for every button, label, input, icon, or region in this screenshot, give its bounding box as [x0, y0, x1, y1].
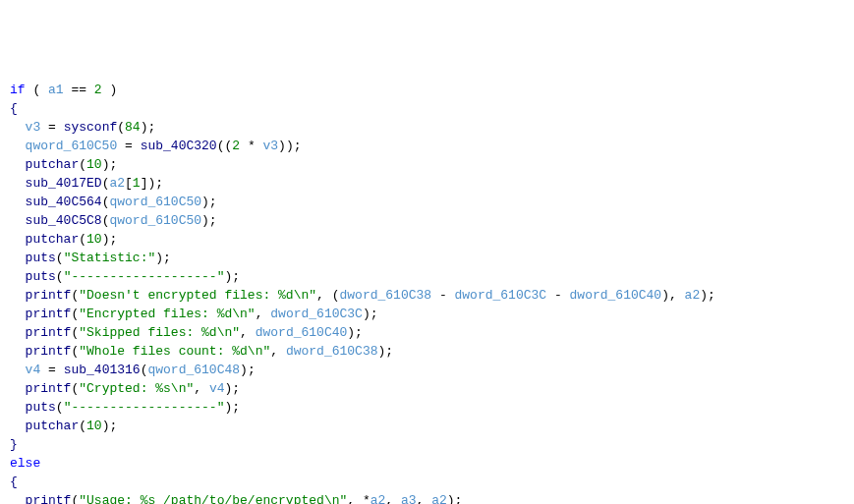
number-literal: 10: [86, 419, 102, 433]
code-line-23: printf("Usage: %s /path/to/be/encrypted\…: [10, 491, 844, 504]
paren-close: );: [700, 288, 715, 303]
paren-close: );: [447, 493, 463, 504]
code-line-9: putchar(10);: [10, 230, 844, 249]
code-line-4: qword_610C50 = sub_40C320((2 * v3));: [10, 137, 844, 155]
paren-close: );: [102, 419, 118, 433]
code-line-22: {: [10, 473, 844, 491]
identifier-v4: v4: [26, 363, 41, 377]
comma: ,: [194, 381, 209, 396]
function-printf: printf: [26, 325, 72, 340]
text: , (: [316, 288, 339, 303]
indent: [10, 307, 26, 321]
comma: ,: [385, 493, 401, 504]
function-sub401316: sub_401316: [64, 363, 141, 377]
paren-open: (: [117, 120, 125, 135]
function-printf: printf: [26, 307, 72, 321]
indent: [10, 195, 26, 209]
comma: ,: [256, 307, 271, 321]
operator-minus: -: [546, 288, 569, 303]
identifier-v3: v3: [262, 139, 278, 153]
code-line-16: v4 = sub_401316(qword_610C48);: [10, 361, 844, 379]
identifier-a2: a2: [109, 176, 125, 191]
paren-close: );: [155, 251, 171, 265]
text: ): [102, 83, 118, 97]
string-literal: "Whole files count: %d\n": [79, 344, 270, 359]
function-puts: puts: [26, 251, 56, 265]
brace-close: }: [10, 437, 18, 452]
comma: ,: [240, 325, 256, 340]
code-block: if ( a1 == 2 ){ v3 = sysconf(84); qword_…: [10, 81, 844, 504]
indent: [10, 344, 26, 359]
identifier-v4: v4: [209, 381, 225, 396]
function-sysconf: sysconf: [64, 120, 118, 135]
global-qword: qword_610C50: [26, 139, 118, 153]
indent: [10, 232, 26, 247]
brace-open: {: [10, 101, 18, 116]
paren-close: );: [224, 269, 240, 284]
indent: [10, 400, 26, 415]
paren-close: );: [363, 307, 378, 321]
string-literal: "Encrypted files: %d\n": [79, 307, 255, 321]
operator-mul: *: [240, 139, 262, 153]
paren-open: (: [79, 419, 86, 433]
paren-open: (: [56, 269, 64, 284]
string-literal: "-------------------": [64, 269, 225, 284]
code-line-10: puts("Statistic:");: [10, 249, 844, 267]
paren-close: );: [102, 157, 118, 172]
brace-open: {: [10, 475, 18, 489]
function-printf: printf: [26, 493, 72, 504]
code-line-12: printf("Doesn't encrypted files: %d\n", …: [10, 286, 844, 305]
text: ),: [661, 288, 684, 303]
identifier-a2: a2: [431, 493, 447, 504]
paren-close: );: [240, 363, 256, 377]
operator-minus: -: [431, 288, 454, 303]
function-putchar: putchar: [26, 232, 80, 247]
indent: [10, 139, 26, 153]
number-literal: 10: [86, 232, 102, 247]
indent: [10, 325, 26, 340]
code-line-2: {: [10, 99, 844, 118]
paren-close: );: [224, 400, 240, 415]
string-literal: "Crypted: %s\n": [79, 381, 194, 396]
code-line-3: v3 = sysconf(84);: [10, 118, 844, 137]
global-dword: dword_610C40: [256, 325, 348, 340]
indent: [10, 381, 26, 396]
code-line-8: sub_40C5C8(qword_610C50);: [10, 211, 844, 230]
keyword-else: else: [10, 456, 40, 471]
paren-close: );: [378, 344, 394, 359]
global-dword: dword_610C40: [570, 288, 662, 303]
code-line-11: puts("-------------------");: [10, 267, 844, 286]
paren-close: );: [201, 213, 217, 228]
string-literal: "Doesn't encrypted files: %d\n": [79, 288, 316, 303]
function-printf: printf: [26, 344, 72, 359]
code-line-15: printf("Whole files count: %d\n", dword_…: [10, 342, 844, 361]
global-qword: qword_610C50: [109, 213, 201, 228]
number-literal: 2: [94, 83, 102, 97]
indent: [10, 269, 26, 284]
string-literal: "Usage: %s /path/to/be/encrypted\n": [79, 493, 347, 504]
paren-open: ((: [217, 139, 233, 153]
paren-close: ));: [278, 139, 301, 153]
indent: [10, 213, 26, 228]
function-sub4017ed: sub_4017ED: [26, 176, 102, 191]
identifier-v3: v3: [26, 120, 41, 135]
indent: [10, 176, 26, 191]
identifier-a2: a2: [370, 493, 386, 504]
operator-eq: ==: [64, 83, 94, 97]
function-printf: printf: [26, 288, 72, 303]
text: (: [26, 83, 48, 97]
paren-close: );: [147, 176, 163, 191]
code-line-17: printf("Crypted: %s\n", v4);: [10, 379, 844, 398]
identifier-a1: a1: [48, 83, 64, 97]
code-line-13: printf("Encrypted files: %d\n", dword_61…: [10, 305, 844, 323]
indent: [10, 363, 26, 377]
operator-assign: =: [117, 139, 140, 153]
string-literal: "-------------------": [64, 400, 225, 415]
paren-close: );: [201, 195, 217, 209]
paren-open: (: [56, 400, 64, 415]
keyword-if: if: [10, 83, 26, 97]
string-literal: "Statistic:": [64, 251, 156, 265]
text: , *: [347, 493, 370, 504]
indent: [10, 157, 26, 172]
function-puts: puts: [26, 269, 56, 284]
